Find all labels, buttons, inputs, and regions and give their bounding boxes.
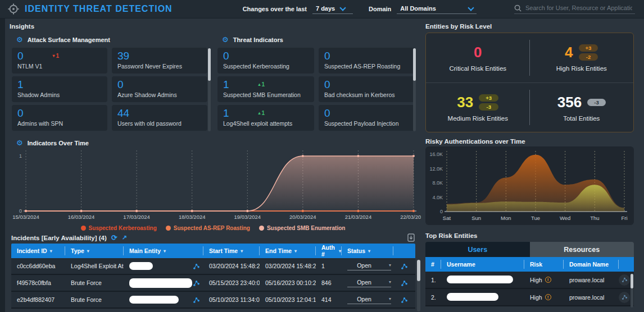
entity-graph-icon[interactable] xyxy=(193,263,200,270)
table-row[interactable]: 2. High! proware.local xyxy=(425,289,634,306)
legend-item-asrep[interactable]: Suspected AS-REP Roasting xyxy=(166,225,250,231)
stat-card-ntlm[interactable]: 0 ▾1 NTLM V1 xyxy=(12,48,107,74)
scrollbar[interactable] xyxy=(417,260,420,311)
delta-badge: +3 xyxy=(579,44,598,52)
status-dropdown[interactable]: Open▾ xyxy=(347,279,391,287)
entities-by-risk-card: 0 Critical Risk Entities 4 +3 -2 High Ri… xyxy=(425,33,634,132)
time-range-dropdown[interactable]: 7 days xyxy=(312,4,353,14)
legend-item-kerberoasting[interactable]: Suspected Kerberoasting xyxy=(81,225,157,231)
top-risk-panel: Users Resources # Username Risk Domain N… xyxy=(425,242,634,306)
stat-card-asrep-roasting[interactable]: 0 Suspected AS-REP Roasting xyxy=(319,48,415,74)
redacted-entity xyxy=(129,262,153,270)
col-risk[interactable]: Risk xyxy=(524,260,564,269)
col-type[interactable]: Type▾ xyxy=(65,246,124,255)
svg-text:16.0K: 16.0K xyxy=(429,152,443,157)
domain-name: proware.local xyxy=(564,277,619,283)
target-logo-icon xyxy=(8,3,19,15)
redacted-entity xyxy=(129,278,192,288)
scrollbar[interactable] xyxy=(413,48,416,131)
col-auth[interactable]: Auth #▾ xyxy=(316,246,342,255)
status-dropdown[interactable]: Open▾ xyxy=(347,262,391,270)
entity-graph-icon[interactable] xyxy=(619,292,630,303)
critical-risk-cell[interactable]: 0 Critical Risk Entities xyxy=(426,33,530,82)
col-end-time[interactable]: End Time▾ xyxy=(260,246,316,255)
search-icon xyxy=(514,4,521,12)
stat-card-azure-shadow-admins[interactable]: 0 Azure Shadow Admins xyxy=(112,76,207,102)
export-report-icon[interactable] xyxy=(407,233,415,242)
gear-icon[interactable]: ⚙ xyxy=(16,36,23,43)
incident-id: e2b4df882407 xyxy=(11,296,65,303)
stat-card-old-password[interactable]: 44 Users with old password xyxy=(112,105,207,131)
external-link-icon[interactable]: ↗ xyxy=(122,235,127,241)
incident-graph-icon[interactable] xyxy=(401,263,408,270)
auth-count: 846 xyxy=(316,279,342,286)
stat-card-payload-injection[interactable]: 0 Suspected Payload Injection xyxy=(319,105,415,131)
entity-graph-icon[interactable] xyxy=(193,296,200,304)
table-row[interactable]: c0cc6dd60eba Log4Shell Exploit Att... 03… xyxy=(11,258,415,275)
row-number: 1. xyxy=(425,277,441,283)
refresh-icon[interactable]: ⟳ xyxy=(111,234,117,241)
end-time: 03/20/2024 15:48:25 xyxy=(260,263,316,269)
tab-users[interactable]: Users xyxy=(425,242,530,257)
col-incident-id[interactable]: Incident ID▾ xyxy=(11,246,65,255)
redacted-username xyxy=(447,293,498,301)
scrollbar[interactable] xyxy=(208,48,211,131)
auth-count: 414 xyxy=(316,296,342,303)
table-row[interactable]: e2b4df882407 Brute Force 05/10/2023 11:3… xyxy=(11,292,415,309)
scrollbar[interactable] xyxy=(631,274,633,308)
col-domain[interactable]: Domain Name xyxy=(564,260,619,269)
entity-graph-icon[interactable] xyxy=(619,274,630,286)
legend-item-smb[interactable]: Suspected SMB Enumeration xyxy=(259,225,345,231)
high-risk-cell[interactable]: 4 +3 -2 High Risk Entities xyxy=(530,33,634,82)
domain-dropdown[interactable]: All Domains xyxy=(397,4,477,14)
svg-text:19/03/2024: 19/03/2024 xyxy=(234,214,261,220)
table-row[interactable]: f49578c0fbfa Brute Force 05/15/2023 23:4… xyxy=(11,275,415,292)
table-row[interactable]: 1. High! proware.local xyxy=(425,272,634,289)
stat-card-password-never-expires[interactable]: 39 Password Never Expires xyxy=(112,48,207,74)
domain-label: Domain xyxy=(369,6,391,12)
legend-dot xyxy=(259,226,264,231)
redacted-username xyxy=(447,276,513,283)
incidents-table: Incident ID▾ Type▾ Main Entity▾ Start Ti… xyxy=(11,244,415,309)
search-input[interactable] xyxy=(525,4,632,11)
top-risk-title: Top Risk Entities xyxy=(425,232,477,239)
caret-down-icon: ▾ xyxy=(389,279,391,285)
caret-down-icon: ▾ xyxy=(389,296,391,301)
col-main-entity[interactable]: Main Entity▾ xyxy=(124,246,203,255)
threat-indicators-panel: ⚙ Threat Indicators 0 Suspected Kerberoa… xyxy=(222,36,415,131)
col-start-time[interactable]: Start Time▾ xyxy=(203,246,260,255)
incident-id: f49578c0fbfa xyxy=(11,279,65,286)
col-number[interactable]: # xyxy=(425,260,441,269)
stat-card-kerberoasting[interactable]: 0 Suspected Kerberoasting xyxy=(217,48,314,74)
main-entity-cell xyxy=(124,278,203,288)
warning-icon: ! xyxy=(545,277,551,283)
risky-auth-chart-svg: SatSunMonTueWedThuFri04.0K8.0K12.0K16.0K xyxy=(425,146,634,225)
status-dropdown[interactable]: Open▾ xyxy=(347,296,391,304)
search-box[interactable] xyxy=(514,4,635,14)
incident-graph-icon[interactable] xyxy=(401,296,408,304)
tab-resources[interactable]: Resources xyxy=(530,242,634,257)
delta-badge: -3 xyxy=(479,103,498,111)
medium-risk-cell[interactable]: 33 +3 -3 Medium Risk Entities xyxy=(426,82,530,132)
col-username[interactable]: Username xyxy=(441,260,524,269)
gear-icon[interactable]: ⚙ xyxy=(16,139,23,146)
incident-type: Brute Force xyxy=(65,279,124,286)
svg-text:4.0K: 4.0K xyxy=(432,195,443,200)
stat-card-smb-enumeration[interactable]: 1 ▴1 Suspected SMB Enumeration xyxy=(217,76,314,102)
col-actions xyxy=(393,246,415,255)
col-status[interactable]: Status▾ xyxy=(342,246,393,255)
incident-graph-icon[interactable] xyxy=(401,279,408,287)
svg-text:8.0K: 8.0K xyxy=(432,180,443,186)
stat-card-log4shell[interactable]: 1 ▴1 Log4Shell exploit attempts xyxy=(217,105,314,131)
stat-card-shadow-admins[interactable]: 1 Shadow Admins xyxy=(12,76,107,102)
stat-card-bad-checksum[interactable]: 0 Bad checksum in Kerberos xyxy=(319,76,415,102)
entity-graph-icon[interactable] xyxy=(193,279,200,287)
risky-auth-title: Risky Authentications over Time xyxy=(425,138,525,145)
stat-card-admins-with-spn[interactable]: 0 Admins with SPN xyxy=(12,105,107,131)
gear-icon[interactable]: ⚙ xyxy=(222,36,229,43)
total-entities-cell[interactable]: 356 -3 Total Entities xyxy=(530,82,634,132)
svg-text:17/03/2024: 17/03/2024 xyxy=(123,214,150,220)
end-time: 05/10/2023 12:04:13 xyxy=(260,296,316,303)
delta-badge: -2 xyxy=(579,53,598,61)
chevron-down-icon xyxy=(340,4,346,11)
